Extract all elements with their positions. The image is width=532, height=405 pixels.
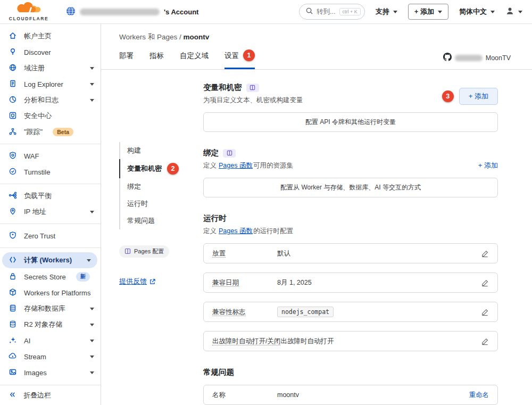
settings-panel: 变量和机密 为项目定义文本、机密或构建变量 3 + 添加 配置	[203, 82, 498, 405]
search-placeholder: 转到...	[317, 7, 335, 16]
section-subtitle: 定义Pages 函数可用的资源集	[203, 161, 293, 170]
user-icon	[505, 6, 514, 17]
search-input[interactable]: 转到... ctrl + K	[299, 4, 365, 20]
external-link-icon	[149, 279, 155, 285]
runtime-row-placement: 放置 默认	[203, 243, 498, 263]
tab-custom-domains[interactable]: 自定义域	[180, 49, 209, 69]
sidebar-item-domain-registration[interactable]: 域注册	[0, 60, 101, 76]
runtime-row-compat-date: 兼容日期 8月 1, 2025	[203, 272, 498, 293]
pie-chart-icon	[9, 95, 17, 105]
compat-flag-chip: nodejs_compat	[277, 307, 334, 317]
tab-deployments[interactable]: 部署	[119, 49, 134, 69]
section-general: 常规问题 名称 moontv 重命名 通知 通过向项目添加通知来订阅特定事件 管…	[203, 367, 498, 405]
sidebar-item-waf[interactable]: WAF	[0, 148, 101, 164]
header-add-button[interactable]: + 添加	[408, 4, 448, 20]
feedback-link[interactable]: 提供反馈	[119, 277, 155, 286]
sidebar-item-workers-for-platforms[interactable]: Workers for Platforms	[0, 285, 101, 301]
collapse-sidebar-button[interactable]: 折叠边栏	[0, 385, 101, 405]
cube-icon	[9, 288, 17, 298]
chevron-down-icon	[90, 371, 94, 374]
lightbulb-icon	[9, 47, 17, 57]
shield-icon	[9, 151, 17, 161]
sidebar-item-load-balancing[interactable]: 负载平衡	[0, 188, 101, 204]
pages-config-badge: Pages 配置	[119, 245, 169, 258]
user-menu[interactable]	[505, 6, 522, 17]
redacted-account-name	[80, 9, 160, 15]
cloudflare-logo[interactable]: CLOUDFLARE	[5, 2, 52, 21]
subnav-item-general[interactable]: 常规问题	[119, 212, 203, 229]
chevron-down-icon	[90, 67, 94, 70]
sidebar-item-security-center[interactable]: 安全中心	[0, 108, 101, 124]
section-title: 绑定	[203, 148, 293, 158]
sidebar-item-account-home[interactable]: 帐户主页	[0, 28, 101, 44]
edit-icon[interactable]	[481, 250, 489, 258]
redacted-github-owner	[455, 55, 483, 61]
sidebar-item-images[interactable]: Images	[0, 365, 101, 381]
sidebar-item-discover[interactable]: Discover	[0, 44, 101, 60]
load-balancer-icon	[9, 191, 17, 201]
pages-badge-icon	[223, 149, 236, 158]
sidebar-item-r2-object-storage[interactable]: R2 对象存储	[0, 317, 101, 333]
breadcrumb: Workers 和 Pages / moontv	[101, 24, 532, 42]
sidebar-item-log-explorer[interactable]: Log Explorer	[0, 76, 101, 92]
section-bindings: 绑定 定义Pages 函数可用的资源集 + 添加	[203, 148, 498, 197]
edit-icon[interactable]	[481, 279, 489, 287]
github-repo-link[interactable]: MoonTV	[443, 53, 511, 69]
zero-trust-shield-icon	[9, 231, 17, 241]
chevron-down-icon	[90, 324, 94, 326]
sitemap-icon	[9, 127, 17, 137]
top-header: CLOUDFLARE 's Account	[0, 0, 532, 24]
chevron-down-icon	[90, 308, 94, 310]
section-title: 运行时	[203, 213, 498, 224]
sidebar: 帐户主页 Discover 域注册 Log Explorer 分析和日志 安全中…	[0, 24, 101, 405]
support-menu[interactable]: 支持	[376, 7, 397, 16]
cloud-play-icon	[9, 352, 17, 362]
pages-functions-link[interactable]: Pages 函数	[219, 227, 253, 235]
sidebar-divider	[0, 144, 101, 144]
globe-outline-icon	[9, 63, 17, 73]
globe-icon	[66, 6, 76, 18]
header-left: CLOUDFLARE 's Account	[5, 2, 198, 21]
pages-functions-link[interactable]: Pages 函数	[219, 162, 253, 169]
variables-empty-state[interactable]: 配置 API 令牌和其他运行时变量	[203, 112, 498, 132]
runtime-row-compat-flags: 兼容性标志 nodejs_compat	[203, 302, 498, 322]
tab-settings[interactable]: 设置 1	[225, 49, 255, 69]
chevron-down-icon	[90, 83, 94, 86]
sidebar-item-storage-databases[interactable]: 存储和数据库	[0, 301, 101, 317]
account-switcher[interactable]: 's Account	[66, 6, 198, 18]
tab-metrics[interactable]: 指标	[149, 49, 164, 69]
sidebar-item-ip-addresses[interactable]: IP 地址	[0, 204, 101, 220]
sidebar-item-zero-trust[interactable]: Zero Trust	[0, 228, 101, 244]
sidebar-item-ai[interactable]: AI	[0, 333, 101, 349]
edit-icon[interactable]	[481, 308, 489, 316]
main-content: Workers 和 Pages / moontv 部署 指标 自定义域 设置 1	[101, 24, 532, 405]
sidebar-divider	[0, 184, 101, 184]
section-variables-secrets: 变量和机密 为项目定义文本、机密或构建变量 3 + 添加 配置	[203, 82, 498, 132]
bindings-empty-state[interactable]: 配置从 Worker 与存储、数据库、AI 等交互的方式	[203, 178, 498, 197]
edit-icon[interactable]	[481, 337, 489, 345]
sidebar-item-stream[interactable]: Stream	[0, 349, 101, 365]
subnav-item-variables-secrets[interactable]: 变量和机密 2	[119, 159, 203, 178]
chevron-down-icon	[90, 356, 94, 358]
annotation-step-1: 1	[243, 49, 255, 61]
add-binding-link[interactable]: + 添加	[478, 161, 498, 170]
subnav-item-build[interactable]: 构建	[119, 142, 203, 159]
annotation-step-3: 3	[442, 90, 454, 102]
sidebar-item-secrets-store[interactable]: Secrets Store 新	[0, 269, 101, 285]
section-title: 变量和机密	[203, 82, 303, 93]
sidebar-item-analytics-logs[interactable]: 分析和日志	[0, 92, 101, 108]
add-variable-button[interactable]: + 添加	[459, 88, 498, 105]
security-center-icon	[9, 111, 17, 121]
sidebar-item-turnstile[interactable]: Turnstile	[0, 164, 101, 180]
account-suffix: 's Account	[164, 8, 198, 16]
pages-icon	[124, 248, 131, 255]
subnav-item-runtime[interactable]: 运行时	[119, 195, 203, 212]
breadcrumb-parent[interactable]: Workers 和 Pages	[119, 33, 177, 41]
subnav-item-bindings[interactable]: 绑定	[119, 178, 203, 195]
sidebar-item-compute-workers[interactable]: 计算 (Workers)	[2, 252, 97, 268]
rename-link[interactable]: 重命名	[469, 391, 489, 400]
storage-icon	[9, 304, 17, 314]
sidebar-item-trace[interactable]: "跟踪" Beta	[0, 124, 101, 140]
beta-badge: Beta	[53, 128, 73, 136]
language-menu[interactable]: 简体中文	[459, 7, 495, 16]
